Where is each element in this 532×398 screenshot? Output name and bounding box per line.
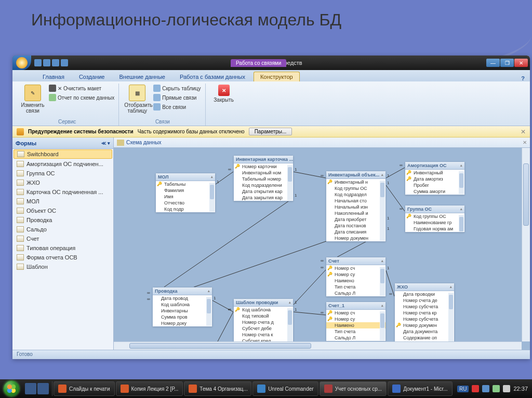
table-scrollbar[interactable]	[380, 181, 385, 241]
tab-external[interactable]: Внешние данные	[113, 72, 171, 81]
table-field[interactable]: Табельный номер	[234, 176, 293, 182]
taskbar-item[interactable]: Тема 4 Организац...	[184, 381, 251, 396]
taskbar-item[interactable]: Копия Лекция 2 [Р...	[116, 381, 183, 396]
tray-icon[interactable]	[482, 385, 489, 392]
table-field[interactable]: Код группы ОС	[405, 213, 464, 219]
table-field[interactable]: Накопленный и	[326, 210, 385, 216]
table-field[interactable]: Номер сч	[326, 265, 385, 271]
document-close-button[interactable]: ✕	[523, 140, 527, 145]
table-field[interactable]: Код типовой	[234, 313, 293, 319]
table-field[interactable]: Имя	[156, 194, 215, 200]
table-field[interactable]: Код шаблона	[153, 301, 212, 308]
nav-item-form[interactable]: Амортизация ОС подчинен...	[12, 159, 113, 169]
table-field[interactable]: Код подразделени	[234, 182, 293, 188]
table-field[interactable]: Содержание оп	[395, 335, 454, 341]
table-zhho[interactable]: ЖХОДата проводкиНомер счета деНомер субс…	[394, 283, 455, 341]
tray-icon[interactable]	[493, 385, 500, 392]
table-field[interactable]: Дата списания	[326, 229, 385, 235]
table-field[interactable]: Инвентарный н	[326, 179, 385, 185]
table-field[interactable]: Дата постанов	[326, 223, 385, 229]
table-title[interactable]: МОЛ	[156, 173, 215, 181]
close-button[interactable]: ✕	[514, 59, 528, 67]
nav-item-form[interactable]: Switchboard	[14, 149, 112, 159]
office-button[interactable]	[12, 56, 31, 70]
start-button[interactable]	[2, 380, 21, 397]
nav-item-form[interactable]: Счет	[12, 234, 113, 243]
table-card[interactable]: Инвентарная карточка ...Номер карточкиИн…	[233, 155, 294, 201]
table-title[interactable]: ЖХО	[395, 283, 454, 291]
nav-item-form[interactable]: Объект ОС	[12, 206, 113, 215]
nav-item-form[interactable]: ЖХО	[12, 178, 113, 187]
language-indicator[interactable]: RU	[457, 386, 469, 392]
maximize-button[interactable]: ❐	[500, 59, 514, 67]
nav-item-form[interactable]: Шаблон	[12, 262, 113, 271]
table-field[interactable]: Наимено	[326, 322, 385, 328]
table-field[interactable]: Номер счета д	[234, 319, 293, 325]
tab-create[interactable]: Создание	[73, 72, 111, 81]
table-field[interactable]: Код группы ОС	[326, 185, 385, 191]
schema-report-button[interactable]: Отчет по схеме данных	[49, 93, 114, 102]
table-title[interactable]: Группа ОС	[405, 205, 464, 213]
table-title[interactable]: Счет	[326, 257, 385, 265]
minimize-button[interactable]: —	[486, 59, 500, 67]
table-field[interactable]: Фамилия	[156, 187, 215, 194]
table-field[interactable]: Инвентарный ном	[234, 170, 293, 176]
table-field[interactable]: Номер субсчета	[395, 316, 454, 322]
table-field[interactable]: Номер докумен	[395, 322, 454, 328]
table-scrollbar[interactable]	[380, 267, 385, 296]
table-scrollbar[interactable]	[209, 183, 215, 212]
taskbar-item[interactable]: Учет основных ср...	[320, 381, 387, 396]
tab-dbtools[interactable]: Работа с базами данных	[174, 72, 251, 81]
table-field[interactable]: Отчество	[156, 200, 215, 206]
table-scrollbar[interactable]	[459, 215, 464, 231]
table-scrollbar[interactable]	[459, 171, 464, 194]
nav-item-form[interactable]: Группа ОС	[12, 169, 113, 178]
table-title[interactable]: Амортизация ОС	[405, 162, 464, 170]
table-field[interactable]: Наимено	[326, 278, 385, 284]
quick-launch[interactable]	[22, 381, 52, 396]
help-icon[interactable]: ?	[521, 75, 525, 81]
taskbar-item[interactable]: Unreal Commander	[252, 381, 318, 396]
table-field[interactable]: Дата амортиз	[405, 176, 464, 182]
all-relations-button[interactable]: Все связи	[153, 102, 201, 112]
table-field[interactable]: Тип счета	[326, 284, 385, 290]
table-field[interactable]: Инвентарный	[405, 170, 464, 176]
table-field[interactable]: Начальная сто	[326, 198, 385, 204]
edit-relations-button[interactable]: ✎ Изменить связи	[20, 84, 46, 114]
table-field[interactable]: Номер счета кр	[395, 310, 454, 316]
nav-item-form[interactable]: Типовая операция	[12, 243, 113, 253]
table-field[interactable]: Наименование гр	[405, 219, 464, 226]
table-field[interactable]: Номер субсчета	[395, 304, 454, 310]
table-field[interactable]: Дата приобрет	[326, 216, 385, 223]
table-amort[interactable]: Амортизация ОСИнвентарныйДата амортизПро…	[405, 161, 465, 195]
nav-item-form[interactable]: Карточка ОС подчиненная ...	[12, 187, 113, 197]
vertical-scrollbar[interactable]	[522, 148, 530, 341]
table-field[interactable]: Номер счета к	[234, 332, 293, 338]
table-field[interactable]: Субсчет кред	[234, 338, 293, 341]
table-title[interactable]: Проводка	[153, 287, 212, 295]
table-schet[interactable]: СчетНомер счНомер суНаименоТип счетаСаль…	[326, 257, 386, 297]
taskbar-item[interactable]: Документ1 - Micr...	[388, 381, 452, 396]
nav-item-form[interactable]: Форма отчета ОСВ	[12, 253, 113, 262]
taskbar-item[interactable]: Слайды к печати	[54, 381, 115, 396]
close-design-button[interactable]: ✕ Закрыть	[211, 84, 237, 103]
security-options-button[interactable]: Параметры...	[249, 128, 292, 135]
tab-design[interactable]: Конструктор	[254, 72, 300, 81]
table-title[interactable]: Инвентарный объек...	[326, 171, 385, 179]
table-field[interactable]: Номер докумен	[326, 235, 385, 241]
horizontal-scrollbar[interactable]	[114, 341, 522, 350]
table-field[interactable]: Инвентарны	[153, 308, 212, 314]
quick-access-toolbar[interactable]	[34, 59, 68, 66]
table-scrollbar[interactable]	[380, 311, 385, 340]
hide-table-button[interactable]: Скрыть таблицу	[153, 84, 201, 93]
show-table-button[interactable]: ▦ Отобразить таблицу	[124, 84, 150, 114]
table-field[interactable]: Дата закрытия кар	[234, 195, 293, 201]
table-field[interactable]: Дата документа	[395, 328, 454, 335]
table-field[interactable]: Субсчет дебе	[234, 325, 293, 332]
table-prov[interactable]: ПроводкаДата проводКод шаблонаИнвентарны…	[152, 287, 212, 327]
table-field[interactable]: Сальдо Л	[326, 335, 385, 341]
table-field[interactable]: Номер сч	[326, 310, 385, 316]
table-field[interactable]: Дата открытия кар	[234, 188, 293, 195]
table-scrollbar[interactable]	[287, 308, 292, 341]
table-field[interactable]: Номер доку	[153, 320, 212, 326]
